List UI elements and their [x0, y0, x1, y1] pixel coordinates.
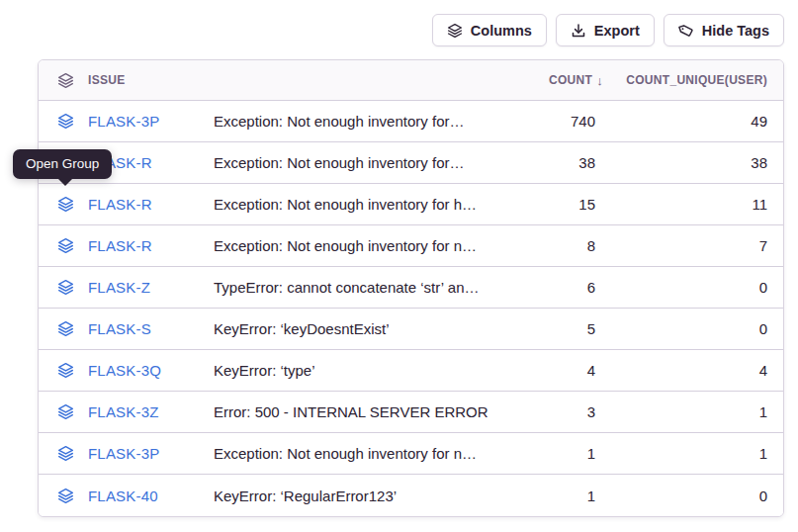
- issue-summary: Exception: Not enough inventory for n…: [214, 237, 488, 254]
- table-header-row: ISSUE COUNT ↓ COUNT_UNIQUE(USER): [39, 60, 783, 101]
- count-header-label: COUNT: [549, 73, 592, 87]
- issue-link[interactable]: FLASK-3P: [88, 445, 159, 462]
- issue-link[interactable]: FLASK-40: [88, 488, 158, 504]
- issue-link[interactable]: FLASK-S: [88, 320, 151, 337]
- issue-summary: Exception: Not enough inventory for n…: [214, 445, 488, 462]
- count-unique-value: 0: [605, 320, 783, 337]
- layers-icon[interactable]: [57, 279, 74, 296]
- count-unique-value: 0: [605, 279, 783, 296]
- count-unique-value: 0: [605, 488, 783, 504]
- export-button[interactable]: Export: [556, 14, 655, 46]
- count-value: 15: [488, 196, 605, 213]
- count-unique-value: 11: [605, 196, 783, 213]
- count-value: 740: [488, 113, 605, 130]
- issue-summary: KeyError: ‘type’: [214, 362, 488, 379]
- issue-summary: Exception: Not enough inventory for…: [214, 113, 488, 130]
- issue-summary: Error: 500 - INTERNAL SERVER ERROR: [214, 403, 488, 420]
- count-unique-value: 1: [605, 403, 783, 420]
- table-row: FLASK-40 KeyError: ‘RegularError123’ 1 0: [39, 475, 783, 516]
- layers-icon: [447, 23, 463, 39]
- count-value: 1: [488, 445, 605, 462]
- layers-icon[interactable]: [57, 113, 74, 130]
- count-value: 6: [488, 279, 605, 296]
- column-header-count-unique[interactable]: COUNT_UNIQUE(USER): [605, 73, 783, 87]
- issue-summary: KeyError: ‘keyDoesntExist’: [214, 320, 488, 337]
- tooltip-label: Open Group: [26, 156, 99, 171]
- table-row: FLASK-R Exception: Not enough inventory …: [39, 225, 783, 267]
- issue-link[interactable]: FLASK-3P: [88, 113, 159, 130]
- issue-link[interactable]: FLASK-R: [88, 196, 152, 213]
- layers-icon[interactable]: [57, 488, 74, 504]
- tag-icon: [678, 23, 694, 39]
- count-value: 8: [488, 237, 605, 254]
- hide-tags-button[interactable]: Hide Tags: [664, 14, 784, 46]
- layers-icon[interactable]: [57, 320, 74, 337]
- table-row: FLASK-3P Exception: Not enough inventory…: [39, 101, 783, 142]
- count-unique-value: 4: [605, 362, 783, 379]
- issue-link[interactable]: FLASK-3Z: [88, 403, 159, 420]
- count-unique-header-label: COUNT_UNIQUE(USER): [626, 73, 767, 87]
- count-value: 4: [488, 362, 605, 379]
- count-unique-value: 7: [605, 237, 783, 254]
- layers-icon: [57, 72, 74, 89]
- count-unique-value: 1: [605, 445, 783, 462]
- column-header-count[interactable]: COUNT ↓: [488, 73, 605, 88]
- count-value: 3: [488, 403, 605, 420]
- issue-link[interactable]: FLASK-3Q: [88, 362, 161, 379]
- columns-button-label: Columns: [471, 23, 532, 39]
- issues-table: ISSUE COUNT ↓ COUNT_UNIQUE(USER) FLASK-3…: [38, 59, 784, 517]
- table-row: FLASK-3Z Error: 500 - INTERNAL SERVER ER…: [39, 392, 783, 433]
- issue-header-label: ISSUE: [88, 73, 126, 87]
- count-unique-value: 38: [605, 154, 783, 171]
- layers-icon[interactable]: [57, 403, 74, 420]
- count-value: 38: [488, 154, 605, 171]
- table-row: FLASK-S KeyError: ‘keyDoesntExist’ 5 0: [39, 309, 783, 350]
- issue-link[interactable]: FLASK-R: [88, 237, 152, 254]
- layers-icon[interactable]: [57, 196, 74, 213]
- columns-button[interactable]: Columns: [432, 14, 547, 46]
- layers-icon[interactable]: [57, 362, 74, 379]
- issue-summary: KeyError: ‘RegularError123’: [214, 488, 488, 504]
- issue-summary: TypeError: cannot concatenate ‘str’ an…: [214, 279, 488, 296]
- open-group-tooltip: Open Group: [13, 149, 112, 179]
- table-row: FLASK-Z TypeError: cannot concatenate ‘s…: [39, 267, 783, 309]
- hide-tags-button-label: Hide Tags: [702, 23, 769, 39]
- table-row: FLASK-3Q KeyError: ‘type’ 4 4: [39, 350, 783, 392]
- table-row: FLASK-3P Exception: Not enough inventory…: [39, 433, 783, 475]
- layers-icon[interactable]: [57, 445, 74, 462]
- layers-icon[interactable]: [57, 237, 74, 254]
- tooltip-caret: [58, 179, 72, 186]
- download-icon: [571, 23, 586, 39]
- count-value: 5: [488, 320, 605, 337]
- sort-descending-icon: ↓: [596, 73, 603, 88]
- issue-summary: Exception: Not enough inventory for h…: [214, 196, 488, 213]
- toolbar: Columns Export Hide Tags: [432, 14, 784, 46]
- count-value: 1: [488, 488, 605, 504]
- issue-summary: Exception: Not enough inventory for…: [214, 154, 488, 171]
- table-row: FLASK-R Exception: Not enough inventory …: [39, 142, 783, 184]
- table-row: FLASK-R Exception: Not enough inventory …: [39, 184, 783, 225]
- count-unique-value: 49: [605, 113, 783, 130]
- issue-link[interactable]: FLASK-Z: [88, 279, 150, 296]
- column-header-issue[interactable]: ISSUE: [39, 72, 214, 89]
- export-button-label: Export: [594, 23, 640, 39]
